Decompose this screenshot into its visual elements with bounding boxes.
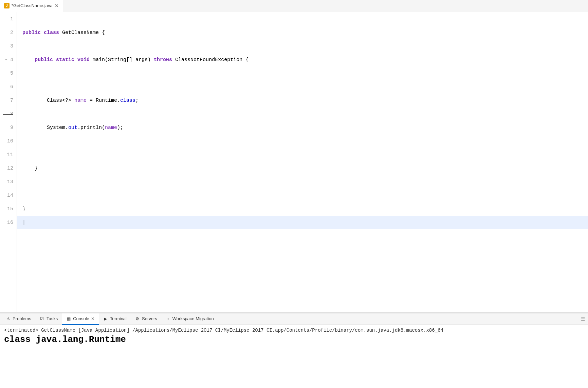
bottom-panel: ⚠ Problems ☑ Tasks ▦ Console ✕ ▶ Termina… — [0, 313, 588, 388]
line-num-15: 15 — [0, 202, 17, 216]
keyword-public: public — [22, 30, 44, 36]
servers-icon: ⚙ — [135, 316, 140, 322]
tab-workspace-migration[interactable]: ↔ Workspace Migration — [161, 313, 218, 325]
console-output-area: <terminated> GetClassName [Java Applicat… — [0, 325, 588, 388]
tab-problems-label: Problems — [13, 316, 31, 321]
code-line-15: } — [17, 202, 588, 216]
line-num-13: 13 — [0, 175, 17, 189]
line-num-2: 2 — [0, 26, 17, 39]
tab-close-button[interactable]: ✕ — [55, 3, 59, 8]
bottom-tab-bar: ⚠ Problems ☑ Tasks ▦ Console ✕ ▶ Termina… — [0, 313, 588, 325]
tab-servers[interactable]: ⚙ Servers — [131, 313, 161, 325]
tab-terminal-label: Terminal — [110, 316, 127, 321]
line-num-3: 3 — [0, 39, 17, 53]
line-num-7: 7 — [0, 94, 17, 107]
line-num-5: 5 — [0, 66, 17, 80]
editor-area: 1 2 3 4 5 6 7 8 9 10 11 12 13 14 15 16 — [0, 12, 588, 312]
tab-servers-label: Servers — [142, 316, 157, 321]
console-output-line: class java.lang.Runtime — [4, 334, 584, 345]
tab-terminal[interactable]: ▶ Terminal — [99, 313, 131, 325]
code-line-2: public class GetClassName { — [17, 26, 588, 39]
panel-menu-icon[interactable]: ☰ — [578, 316, 588, 322]
code-line-11 — [17, 148, 588, 161]
terminal-icon: ▶ — [103, 316, 108, 322]
code-line-9: System.out.println(name); — [17, 121, 588, 134]
console-terminated-line: <terminated> GetClassName [Java Applicat… — [4, 328, 584, 333]
tab-workspace-migration-label: Workspace Migration — [172, 316, 214, 321]
code-line-14 — [17, 189, 588, 202]
keyword-class: class — [44, 30, 62, 36]
tab-tasks[interactable]: ☑ Tasks — [35, 313, 62, 325]
console-icon: ▦ — [66, 316, 71, 322]
editor-tab-bar: J *GetClassName.java ✕ — [0, 0, 588, 12]
editor-tab-getclassname[interactable]: J *GetClassName.java ✕ — [0, 0, 63, 12]
code-editor[interactable]: public class GetClassName { public stati… — [17, 12, 588, 312]
line-num-9: 9 — [0, 121, 17, 134]
code-line-12: } — [17, 161, 588, 175]
class-name: GetClassName { — [62, 30, 105, 36]
line-num-10: 10 — [0, 134, 17, 148]
problems-icon: ⚠ — [5, 316, 11, 322]
tab-tasks-label: Tasks — [47, 316, 58, 321]
ide-window: J *GetClassName.java ✕ 1 2 3 4 5 6 7 8 9… — [0, 0, 588, 388]
console-tab-close[interactable]: ✕ — [91, 316, 95, 321]
code-line-10 — [17, 134, 588, 148]
code-line-1 — [17, 12, 588, 26]
code-line-16: | — [17, 216, 588, 229]
line-num-14: 14 — [0, 189, 17, 202]
tab-console[interactable]: ▦ Console ✕ — [62, 313, 99, 325]
code-line-8 — [17, 107, 588, 121]
code-line-5 — [17, 66, 588, 80]
workspace-migration-icon: ↔ — [165, 316, 171, 322]
code-line-6 — [17, 80, 588, 94]
code-line-3 — [17, 39, 588, 53]
java-file-icon: J — [4, 3, 10, 8]
tab-filename: *GetClassName.java — [12, 3, 53, 8]
line-num-16: 16 — [0, 216, 17, 229]
code-line-13 — [17, 175, 588, 189]
tasks-icon: ☑ — [39, 316, 45, 322]
line-num-6: 6 — [0, 80, 17, 94]
line-num-11: 11 — [0, 148, 17, 161]
code-line-4: public static void main(String[] args) t… — [17, 53, 588, 66]
line-num-12: 12 — [0, 161, 17, 175]
line-numbers: 1 2 3 4 5 6 7 8 9 10 11 12 13 14 15 16 — [0, 12, 17, 312]
line-num-1: 1 — [0, 12, 17, 26]
tab-console-label: Console — [73, 316, 89, 321]
line-num-4: 4 — [0, 53, 17, 66]
code-line-7: Class<?> name = Runtime.class; — [17, 94, 588, 107]
line-num-8: 8 — [0, 107, 17, 121]
tab-problems[interactable]: ⚠ Problems — [1, 313, 35, 325]
